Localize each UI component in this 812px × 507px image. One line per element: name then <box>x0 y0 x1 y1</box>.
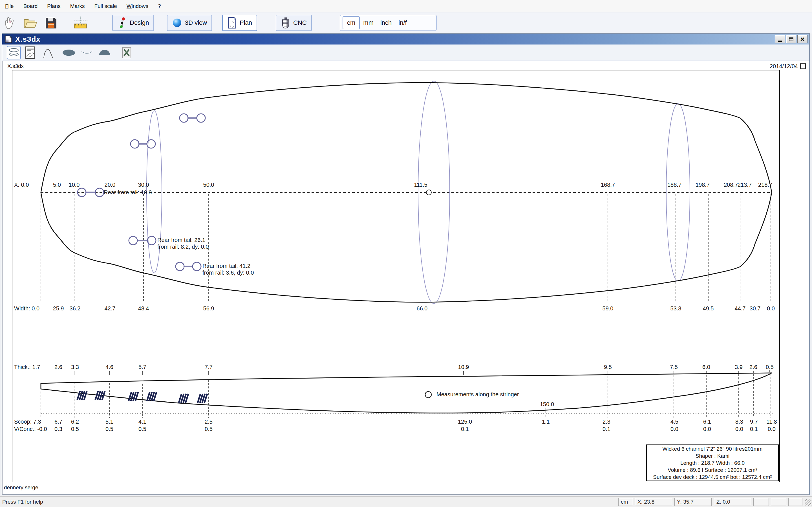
hand-tool-icon[interactable] <box>2 15 17 31</box>
window-title-bar[interactable]: X.s3dx × <box>2 34 809 45</box>
cnc-tool-icon <box>281 17 290 29</box>
design-icon <box>117 17 127 29</box>
plan-shape-icon[interactable] <box>62 46 76 59</box>
maximize-icon <box>789 38 794 41</box>
plan-button[interactable]: Plan <box>222 15 257 31</box>
application-window: FileBoardPlansMarksFull scaleWindows? <box>0 0 812 507</box>
minimize-icon <box>778 41 782 42</box>
menu-bar: FileBoardPlansMarksFull scaleWindows? <box>0 0 812 12</box>
status-x-coordinate: X: 23.8 <box>635 498 672 506</box>
unit-mm[interactable]: mm <box>360 16 377 29</box>
spec-sheet-icon[interactable] <box>24 46 36 59</box>
board-shaper: Shaper : Kami <box>647 452 778 459</box>
status-z-coordinate: Z: 0.0 <box>714 498 751 506</box>
menu-item-help[interactable]: ? <box>158 3 161 9</box>
window-title: X.s3dx <box>15 35 41 44</box>
window-controls: × <box>775 35 808 43</box>
menu-item-full-scale[interactable]: Full scale <box>94 3 117 9</box>
rocker-curve-icon[interactable] <box>42 46 55 59</box>
bottom-shape-icon[interactable] <box>80 46 94 59</box>
close-icon: × <box>800 36 804 43</box>
date-checkbox[interactable] <box>800 63 806 69</box>
unit-cm[interactable]: cm <box>343 16 360 29</box>
status-unit: cm <box>618 498 633 506</box>
save-icon[interactable] <box>43 15 58 31</box>
unit-inf[interactable]: in/f <box>395 16 410 29</box>
unit-inch[interactable]: inch <box>377 16 395 29</box>
outline-views-icon[interactable] <box>7 46 21 59</box>
menu-item-windows[interactable]: Windows <box>126 3 148 9</box>
status-y-coordinate: Y: 35.7 <box>674 498 712 506</box>
board-dimensions: Length : 218.7 Width : 66.0 <box>647 459 778 466</box>
status-empty-cell <box>788 498 802 506</box>
document-icon <box>4 35 12 43</box>
stringer-measurements-toggle[interactable]: Measurements along the stringer <box>437 391 519 398</box>
view-toolbar <box>2 45 809 61</box>
excel-export-icon[interactable] <box>120 46 133 59</box>
deck-shape-icon[interactable] <box>98 46 111 59</box>
status-help-text: Press F1 for help <box>2 499 43 505</box>
cnc-button-label: CNC <box>293 19 307 26</box>
3d-view-button[interactable]: 3D view <box>167 15 212 31</box>
ruler-icon[interactable] <box>73 15 88 31</box>
minimize-button[interactable] <box>775 35 785 43</box>
menu-item-file[interactable]: File <box>5 3 14 9</box>
resize-grip[interactable] <box>805 499 811 506</box>
3d-sphere-icon <box>172 18 182 28</box>
board-info-box: Wicked 6 channel 7'2" 26" 90 litres201mm… <box>646 445 779 481</box>
board-canvas <box>12 70 780 482</box>
close-button[interactable]: × <box>797 35 808 43</box>
author-name: dennery serge <box>4 485 38 491</box>
board-dev-surfaces: Surface dev deck : 12944.5 cm² bot : 125… <box>647 473 778 481</box>
board-model: Wicked 6 channel 7'2" 26" 90 litres201mm <box>647 445 778 452</box>
units-group: cm mm inch in/f <box>340 15 437 31</box>
plan-button-label: Plan <box>240 19 252 26</box>
3d-view-button-label: 3D view <box>185 19 207 26</box>
design-button-label: Design <box>130 19 149 26</box>
design-button[interactable]: Design <box>112 15 154 31</box>
document-tab-label: X.s3dx <box>7 63 24 69</box>
status-bar: Press F1 for help cm X: 23.8 Y: 35.7 Z: … <box>0 496 812 507</box>
cnc-button[interactable]: CNC <box>276 15 312 31</box>
board-volume-surface: Volume : 89.6 l Surface : 12007.1 cm² <box>647 466 778 473</box>
plan-page-icon <box>227 17 237 29</box>
main-toolbar: Design 3D view Plan <box>0 12 812 33</box>
maximize-button[interactable] <box>786 35 796 43</box>
menu-item-board[interactable]: Board <box>23 3 38 9</box>
menu-item-marks[interactable]: Marks <box>70 3 85 9</box>
status-empty-cell <box>753 498 769 506</box>
open-folder-icon[interactable] <box>22 15 38 31</box>
menu-item-plans[interactable]: Plans <box>47 3 61 9</box>
document-date: 2014/12/04 <box>742 63 798 69</box>
status-empty-cell <box>771 498 786 506</box>
